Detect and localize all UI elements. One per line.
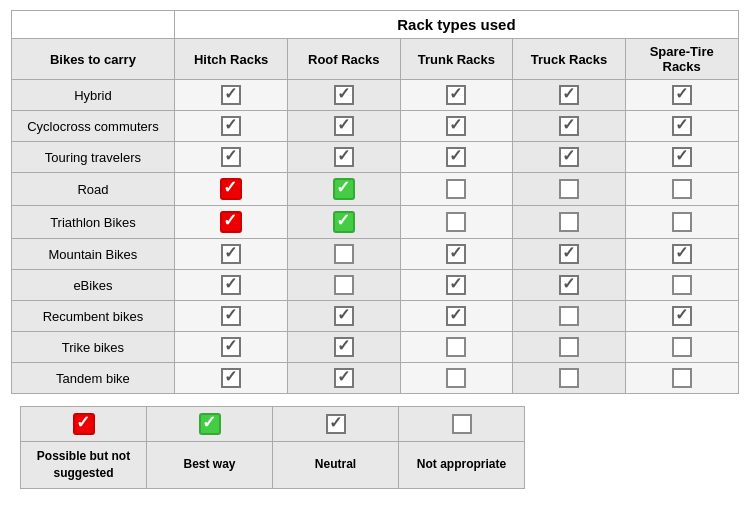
check-cell [400,206,513,239]
check-cell [175,363,288,394]
check-mark-icon [446,147,466,167]
table-row: Tandem bike [11,363,738,394]
check-mark-icon [672,306,692,326]
empty-box-icon [559,306,579,326]
check-mark-icon [334,116,354,136]
check-cell [287,239,400,270]
empty-box-icon [446,337,466,357]
empty-box-icon [672,368,692,388]
table-row: Trike bikes [11,332,738,363]
check-cell [625,80,738,111]
check-cell [400,301,513,332]
empty-box-icon [334,275,354,295]
col-spare-tire-racks: Spare-Tire Racks [625,39,738,80]
check-mark-icon [334,85,354,105]
check-mark-icon [334,306,354,326]
top-left-cell [11,11,175,39]
col-trunk-racks: Trunk Racks [400,39,513,80]
table-row: Mountain Bikes [11,239,738,270]
check-cell [400,239,513,270]
check-cell [287,80,400,111]
col-hitch-racks: Hitch Racks [175,39,288,80]
bike-name-cell: Cyclocross commuters [11,111,175,142]
check-mark-icon [446,116,466,136]
check-cell [513,270,626,301]
empty-box-icon [452,414,472,434]
check-cell [625,173,738,206]
table-row: eBikes [11,270,738,301]
check-cell [175,301,288,332]
table-row: Hybrid [11,80,738,111]
empty-box-icon [334,244,354,264]
check-mark-icon [221,337,241,357]
check-cell [400,363,513,394]
check-cell [287,206,400,239]
check-mark-icon [559,275,579,295]
empty-box-icon [672,275,692,295]
bike-name-cell: eBikes [11,270,175,301]
check-mark-icon [559,85,579,105]
legend-icon-cell [273,407,399,442]
check-cell [175,270,288,301]
check-mark-icon [559,116,579,136]
bike-name-cell: Tandem bike [11,363,175,394]
check-cell [513,80,626,111]
check-mark-icon [559,244,579,264]
check-red-icon [220,211,242,233]
bike-name-cell: Trike bikes [11,332,175,363]
check-cell [400,111,513,142]
check-mark-icon [672,85,692,105]
check-cell [513,301,626,332]
check-cell [287,173,400,206]
legend-label-cell: Possible but not suggested [21,442,147,489]
check-cell [625,111,738,142]
check-cell [400,80,513,111]
check-mark-icon [446,275,466,295]
check-mark-icon [334,337,354,357]
check-mark-icon [446,306,466,326]
empty-box-icon [559,212,579,232]
legend-label-cell: Neutral [273,442,399,489]
check-cell [513,363,626,394]
check-cell [513,239,626,270]
check-cell [175,332,288,363]
check-cell [625,363,738,394]
legend-icon-cell [147,407,273,442]
check-cell [175,173,288,206]
check-cell [625,270,738,301]
bikes-column-header: Bikes to carry [11,39,175,80]
check-green-icon [333,211,355,233]
check-cell [400,142,513,173]
check-mark-icon [326,414,346,434]
check-cell [287,270,400,301]
check-cell [513,332,626,363]
empty-box-icon [672,212,692,232]
check-cell [513,206,626,239]
check-mark-icon [221,116,241,136]
check-mark-icon [672,147,692,167]
check-cell [175,111,288,142]
empty-box-icon [672,337,692,357]
empty-box-icon [672,179,692,199]
check-mark-icon [221,368,241,388]
check-mark-icon [672,244,692,264]
empty-box-icon [446,368,466,388]
check-mark-icon [334,147,354,167]
col-truck-racks: Truck Racks [513,39,626,80]
check-mark-icon [221,147,241,167]
legend-icon-cell [21,407,147,442]
check-cell [287,111,400,142]
check-cell [400,173,513,206]
legend-table: Possible but not suggestedBest wayNeutra… [20,406,525,489]
check-cell [287,301,400,332]
check-mark-icon [221,306,241,326]
check-cell [175,206,288,239]
check-red-icon [73,413,95,435]
check-mark-icon [221,275,241,295]
empty-box-icon [446,212,466,232]
legend-label-cell: Not appropriate [399,442,525,489]
check-cell [175,142,288,173]
check-cell [175,239,288,270]
check-cell [625,206,738,239]
table-row: Road [11,173,738,206]
